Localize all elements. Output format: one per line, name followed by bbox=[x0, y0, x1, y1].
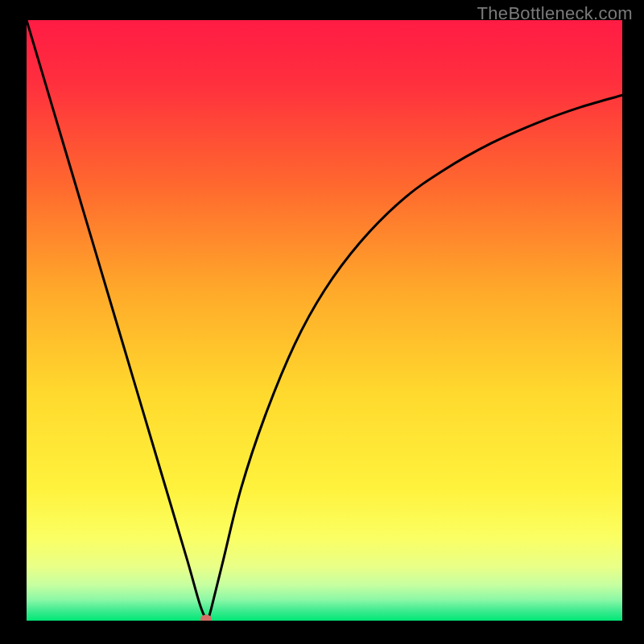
watermark-text: TheBottleneck.com bbox=[477, 3, 633, 24]
minimum-marker bbox=[200, 614, 212, 621]
chart-svg bbox=[27, 20, 622, 621]
chart-frame: TheBottleneck.com bbox=[0, 0, 644, 644]
plot-area bbox=[27, 20, 622, 621]
